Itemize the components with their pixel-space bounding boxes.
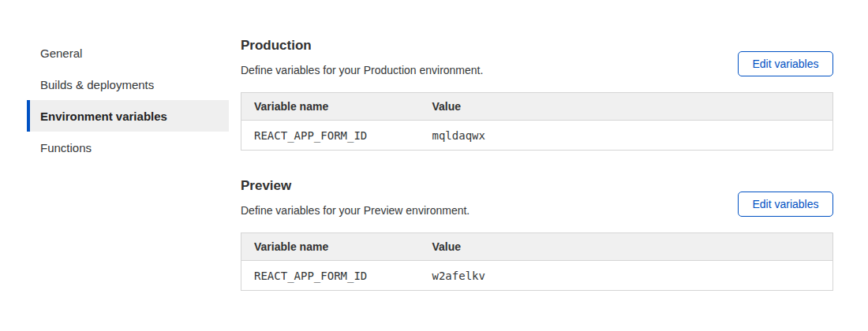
table-row: REACT_APP_FORM_ID mqldaqwx [241,121,833,151]
variable-value-cell: mqldaqwx [420,121,833,151]
preview-section: Preview Edit variables Define variables … [241,178,833,291]
table-header-row: Variable name Value [241,93,833,121]
sidebar-item-label: Environment variables [40,110,167,123]
preview-variables-table: Variable name Value REACT_APP_FORM_ID w2… [241,232,833,291]
variable-name-cell: REACT_APP_FORM_ID [241,261,420,291]
sidebar-item-general[interactable]: General [27,37,229,69]
settings-sidebar: General Builds & deployments Environment… [27,37,229,163]
edit-variables-button-preview[interactable]: Edit variables [738,192,833,217]
table-header-row: Variable name Value [241,233,833,261]
sidebar-item-label: General [40,46,82,60]
column-header-value: Value [420,233,833,261]
column-header-variable-name: Variable name [241,93,420,121]
sidebar-item-functions[interactable]: Functions [27,132,229,163]
variable-value-cell: w2afelkv [420,261,833,291]
table-row: REACT_APP_FORM_ID w2afelkv [241,261,833,291]
column-header-value: Value [420,93,833,121]
column-header-variable-name: Variable name [241,233,420,261]
variable-name-cell: REACT_APP_FORM_ID [241,121,420,151]
edit-variables-button-production[interactable]: Edit variables [738,51,833,76]
sidebar-item-builds-deployments[interactable]: Builds & deployments [27,69,229,100]
sidebar-item-environment-variables[interactable]: Environment variables [27,100,229,132]
sidebar-item-label: Functions [40,141,92,154]
production-section: Production Edit variables Define variabl… [241,38,833,151]
production-variables-table: Variable name Value REACT_APP_FORM_ID mq… [241,92,833,151]
sidebar-item-label: Builds & deployments [40,78,154,91]
